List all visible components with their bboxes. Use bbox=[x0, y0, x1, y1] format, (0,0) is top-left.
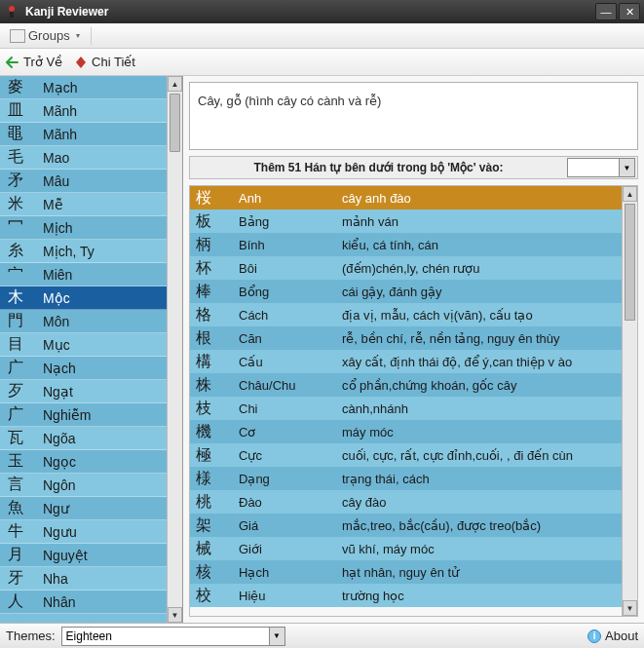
chevron-down-icon: ▼ bbox=[619, 159, 634, 176]
kanji-reading: Chi bbox=[239, 401, 342, 416]
groups-icon bbox=[11, 30, 24, 42]
radical-row[interactable]: 麥Mạch bbox=[0, 76, 167, 99]
radical-row[interactable]: 广Nghiễm bbox=[0, 403, 167, 427]
radical-row[interactable]: 月Nguyệt bbox=[0, 544, 167, 567]
radical-kanji: 冖 bbox=[8, 217, 43, 238]
back-button[interactable]: Trở Về bbox=[6, 55, 62, 69]
kanji-row[interactable]: 格Cáchđịa vị, mẫu, cách vị(văn), cấu tạo bbox=[190, 303, 622, 326]
radical-row[interactable]: 歹Ngạt bbox=[0, 380, 167, 403]
kanji-char: 桜 bbox=[196, 188, 239, 209]
radical-row[interactable]: 矛Mâu bbox=[0, 170, 167, 193]
detail-label: Chi Tiết bbox=[92, 55, 135, 69]
filter-dropdown[interactable]: ▼ bbox=[567, 158, 635, 177]
radical-kanji: 宀 bbox=[8, 264, 43, 285]
kanji-row[interactable]: 柄Bínhkiểu, cá tính, cán bbox=[190, 233, 622, 256]
kanji-reading: Đào bbox=[239, 495, 342, 510]
radical-row[interactable]: 糸Mịch, Ty bbox=[0, 240, 167, 263]
radical-row[interactable]: 木Mộc bbox=[0, 286, 167, 310]
radical-kanji: 魚 bbox=[8, 498, 43, 518]
radical-kanji: 广 bbox=[8, 358, 43, 378]
radical-reading: Mộc bbox=[43, 290, 70, 306]
svg-rect-1 bbox=[10, 12, 14, 18]
radical-row[interactable]: 牛Ngưu bbox=[0, 520, 167, 544]
scroll-down-icon[interactable]: ▼ bbox=[168, 607, 182, 623]
radical-row[interactable]: 冖Mịch bbox=[0, 216, 167, 240]
radical-kanji: 麥 bbox=[8, 77, 43, 97]
kanji-row[interactable]: 械Giớivũ khí, máy móc bbox=[190, 537, 622, 560]
definition-text: Cây, gỗ (hình cây có cành và rễ) bbox=[198, 94, 381, 108]
radical-row[interactable]: 皿Mãnh bbox=[0, 99, 167, 123]
kanji-row[interactable]: 構Cấuxây cất, định thái độ, để ý,can thiệ… bbox=[190, 350, 622, 373]
kanji-row[interactable]: 核Hạchhạt nhân, nguy ên tử bbox=[190, 560, 622, 584]
kanji-grid: 桜Anhcây anh đào板Bảngmảnh ván柄Bínhkiểu, c… bbox=[189, 185, 638, 617]
kanji-meaning: trạng thái, cách bbox=[342, 472, 622, 486]
kanji-row[interactable]: 極Cựccuối, cực, rất, cực đỉnh,cuối, , đi … bbox=[190, 443, 622, 467]
back-arrow-icon bbox=[6, 56, 19, 69]
radical-kanji: 月 bbox=[8, 545, 43, 565]
radical-row[interactable]: 目Mục bbox=[0, 333, 167, 357]
kanji-row[interactable]: 棒Bổngcái gậy, đánh gậy bbox=[190, 280, 622, 303]
kanji-row[interactable]: 桜Anhcây anh đào bbox=[190, 186, 622, 210]
app-icon bbox=[4, 4, 19, 19]
scroll-up-icon[interactable]: ▲ bbox=[623, 186, 637, 202]
kanji-char: 棒 bbox=[196, 282, 239, 302]
kanji-reading: Châu/Chu bbox=[239, 378, 342, 393]
kanji-reading: Bôi bbox=[239, 261, 342, 276]
minimize-button[interactable]: — bbox=[595, 3, 617, 20]
theme-value: Eighteen bbox=[62, 629, 269, 643]
grid-scrollbar[interactable]: ▲ ▼ bbox=[622, 186, 637, 616]
radical-row[interactable]: 人Nhân bbox=[0, 591, 167, 614]
radical-reading: Mao bbox=[43, 150, 69, 166]
scroll-down-icon[interactable]: ▼ bbox=[623, 600, 637, 616]
kanji-char: 杯 bbox=[196, 258, 239, 279]
kanji-row[interactable]: 校Hiệutrường học bbox=[190, 584, 622, 607]
radical-row[interactable]: 門Môn bbox=[0, 310, 167, 333]
radical-row[interactable]: 牙Nha bbox=[0, 567, 167, 591]
radical-kanji: 牛 bbox=[8, 521, 43, 542]
scroll-thumb[interactable] bbox=[170, 94, 180, 152]
detail-button[interactable]: Chi Tiết bbox=[74, 55, 135, 69]
radical-reading: Nhân bbox=[43, 594, 75, 610]
radical-reading: Mục bbox=[43, 337, 70, 353]
radical-reading: Mãnh bbox=[43, 103, 77, 119]
groups-label: Groups bbox=[28, 28, 70, 43]
radical-row[interactable]: 言Ngôn bbox=[0, 474, 167, 497]
radical-row[interactable]: 瓦Ngõa bbox=[0, 427, 167, 450]
theme-dropdown[interactable]: Eighteen ▼ bbox=[61, 627, 285, 646]
radical-row[interactable]: 米Mễ bbox=[0, 193, 167, 216]
radical-row[interactable]: 玉Ngọc bbox=[0, 450, 167, 474]
kanji-reading: Cách bbox=[239, 308, 342, 323]
kanji-row[interactable]: 機Cơmáy móc bbox=[190, 420, 622, 443]
radical-reading: Mịch bbox=[43, 220, 72, 236]
kanji-row[interactable]: 株Châu/Chucổ phần,chứng khoán, gốc cây bbox=[190, 373, 622, 397]
kanji-meaning: cổ phần,chứng khoán, gốc cây bbox=[342, 378, 622, 393]
radical-reading: Mâu bbox=[43, 173, 69, 189]
radical-reading: Nguyệt bbox=[43, 548, 88, 563]
kanji-reading: Bảng bbox=[239, 214, 342, 229]
kanji-row[interactable]: 枝Chicành,nhánh bbox=[190, 397, 622, 420]
kanji-row[interactable]: 杯Bôi(đếm)chén,ly, chén rượu bbox=[190, 256, 622, 280]
radical-kanji: 皿 bbox=[8, 100, 43, 121]
radical-row[interactable]: 广Nạch bbox=[0, 357, 167, 380]
kanji-char: 核 bbox=[196, 562, 239, 583]
kanji-char: 構 bbox=[196, 352, 239, 372]
kanji-meaning: địa vị, mẫu, cách vị(văn), cấu tạo bbox=[342, 308, 622, 323]
radical-row[interactable]: 宀Miên bbox=[0, 263, 167, 286]
radical-row[interactable]: 魚Ngư bbox=[0, 497, 167, 520]
scroll-thumb[interactable] bbox=[625, 204, 635, 321]
close-button[interactable]: ✕ bbox=[619, 3, 640, 20]
left-scrollbar[interactable]: ▲ ▼ bbox=[167, 76, 182, 623]
radical-row[interactable]: 毛Mao bbox=[0, 146, 167, 170]
kanji-reading: Dạng bbox=[239, 472, 342, 486]
kanji-row[interactable]: 根Cănrễ, bền chí, rễ, nền tảng, nguy ên t… bbox=[190, 326, 622, 350]
groups-dropdown[interactable]: Groups ▾ bbox=[4, 25, 87, 46]
kanji-row[interactable]: 板Bảngmảnh ván bbox=[190, 210, 622, 233]
kanji-row[interactable]: 様Dạngtrạng thái, cách bbox=[190, 467, 622, 490]
kanji-row[interactable]: 架Giámắc,treo, bắc(cầu), được treo(bắc) bbox=[190, 514, 622, 537]
radical-row[interactable]: 黽Mãnh bbox=[0, 123, 167, 146]
kanji-row[interactable]: 桃Đàocây đào bbox=[190, 490, 622, 514]
about-button[interactable]: i About bbox=[587, 629, 638, 643]
chevron-down-icon: ▼ bbox=[269, 628, 284, 645]
scroll-up-icon[interactable]: ▲ bbox=[168, 76, 182, 92]
kanji-meaning: mảnh ván bbox=[342, 214, 622, 229]
